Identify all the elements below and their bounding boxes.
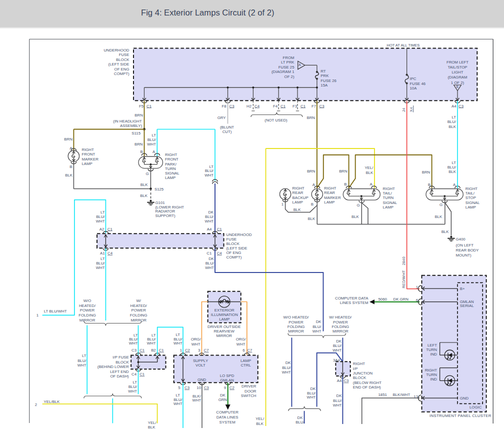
svg-text:BRN: BRN: [422, 170, 430, 174]
svg-text:A4: A4: [337, 378, 342, 383]
svg-text:ORG/: ORG/: [236, 337, 246, 342]
svg-text:RIGHT: RIGHT: [353, 362, 365, 366]
svg-text:BLOCK: BLOCK: [226, 242, 240, 246]
svg-text:C3: C3: [184, 386, 190, 390]
svg-text:LAMP: LAMP: [383, 205, 394, 210]
svg-text:SUPPORT): SUPPORT): [156, 214, 176, 218]
svg-text:GND: GND: [198, 378, 206, 382]
svg-text:C7: C7: [204, 348, 209, 352]
svg-text:DRIVER OUTSIDE: DRIVER OUTSIDE: [208, 324, 240, 329]
svg-text:C3: C3: [458, 104, 464, 108]
svg-text:TAIL/: TAIL/: [466, 191, 475, 196]
svg-text:A: A: [370, 182, 373, 186]
svg-text:A: A: [312, 182, 316, 187]
svg-text:H2: H2: [246, 104, 252, 108]
svg-text:LT: LT: [82, 354, 86, 358]
svg-text:B: B: [70, 164, 72, 169]
svg-text:G: G: [146, 172, 148, 176]
svg-text:LEFT: LEFT: [428, 343, 437, 348]
svg-text:BLU/: BLU/: [128, 384, 138, 389]
svg-text:RT: RT: [320, 69, 326, 74]
svg-text:SUPPLY: SUPPLY: [193, 358, 208, 363]
svg-text:TAIL/STOP: TAIL/STOP: [448, 65, 467, 70]
svg-text:15A: 15A: [320, 83, 328, 88]
svg-text:C3: C3: [132, 348, 136, 352]
svg-text:SIGNAL: SIGNAL: [165, 171, 180, 176]
svg-text:DK GRN: DK GRN: [394, 297, 408, 302]
svg-text:B: B: [311, 202, 314, 206]
svg-text:WHT: WHT: [78, 363, 86, 368]
svg-text:1851: 1851: [378, 392, 387, 397]
svg-text:YEL/: YEL/: [256, 416, 264, 421]
svg-text:BLU/: BLU/: [333, 344, 342, 348]
svg-text:SYSTEM: SYSTEM: [220, 420, 236, 424]
svg-text:RIGHT: RIGHT: [165, 152, 177, 157]
svg-text:(BEHIND LOWER: (BEHIND LOWER: [98, 364, 129, 369]
svg-text:G: G: [356, 203, 360, 208]
svg-text:LAMP: LAMP: [466, 205, 476, 210]
svg-text:FROM LEFT: FROM LEFT: [446, 60, 468, 64]
svg-text:ILLUMINATION: ILLUMINATION: [211, 312, 238, 317]
svg-text:W/ HEATED/: W/ HEATED/: [329, 315, 352, 320]
svg-text:TURN: TURN: [426, 372, 437, 377]
svg-text:RIGHT: RIGHT: [383, 186, 395, 191]
svg-text:WHT: WHT: [174, 402, 182, 406]
svg-text:LT: LT: [452, 115, 456, 120]
svg-text:GRY: GRY: [218, 116, 226, 120]
svg-text:SERIAL: SERIAL: [460, 304, 474, 308]
svg-text:PRK: PRK: [320, 74, 329, 78]
svg-text:1 OF 2): 1 OF 2): [451, 80, 464, 85]
svg-text:C4: C4: [217, 251, 222, 256]
svg-text:YEL/: YEL/: [148, 420, 157, 425]
svg-text:BLU/: BLU/: [205, 214, 214, 219]
svg-text:BACKUP: BACKUP: [292, 196, 308, 200]
svg-text:HEATED/: HEATED/: [130, 304, 148, 308]
svg-text:FOLDING: FOLDING: [130, 313, 148, 318]
svg-text:UNDERHOOD: UNDERHOOD: [226, 232, 252, 237]
svg-text:POWER: POWER: [288, 320, 304, 324]
svg-text:1: 1: [36, 313, 38, 318]
svg-text:MIRROR: MIRROR: [80, 318, 96, 322]
svg-text:F5: F5: [139, 104, 144, 108]
svg-text:UNDERHOOD: UNDERHOOD: [104, 48, 129, 52]
svg-text:WHT: WHT: [147, 142, 156, 146]
svg-text:GMLAN: GMLAN: [460, 300, 474, 304]
svg-text:BLU/: BLU/: [78, 358, 86, 363]
svg-text:COMPUTER: COMPUTER: [216, 410, 238, 414]
svg-text:6: 6: [242, 348, 244, 352]
svg-text:BLU/: BLU/: [448, 165, 456, 170]
svg-text:FUSE 46: FUSE 46: [410, 82, 426, 86]
svg-text:BLK: BLK: [352, 214, 360, 219]
svg-text:YEL/: YEL/: [364, 166, 374, 170]
svg-text:F7: F7: [312, 104, 316, 108]
svg-text:MARKER: MARKER: [324, 196, 341, 200]
svg-text:(BELOW RIGHT: (BELOW RIGHT: [353, 380, 382, 385]
svg-text:C3: C3: [204, 386, 209, 390]
svg-text:POWER: POWER: [131, 308, 146, 312]
svg-text:FRONT: FRONT: [82, 152, 96, 156]
svg-text:FUSE: FUSE: [119, 52, 130, 57]
svg-text:DK: DK: [336, 394, 342, 398]
svg-text:A: A: [453, 182, 456, 187]
svg-text:WHT: WHT: [307, 395, 316, 400]
svg-text:FUSE 26: FUSE 26: [320, 78, 336, 83]
svg-text:B2: B2: [151, 348, 156, 352]
svg-text:LAMP: LAMP: [165, 176, 176, 180]
svg-text:WHT: WHT: [282, 370, 291, 374]
svg-text:G400: G400: [456, 237, 466, 242]
svg-text:BRN: BRN: [307, 116, 315, 120]
svg-text:FROM: FROM: [283, 56, 294, 60]
svg-text:WHT: WHT: [147, 341, 156, 346]
svg-text:A4: A4: [452, 104, 456, 108]
svg-text:MIRROR: MIRROR: [332, 329, 348, 334]
svg-text:C4: C4: [132, 372, 137, 376]
svg-text:BLK: BLK: [140, 182, 148, 187]
svg-text:BRN: BRN: [134, 142, 142, 146]
svg-text:IPC: IPC: [410, 76, 416, 81]
svg-text:(LEFT SIDE: (LEFT SIDE: [226, 246, 248, 250]
svg-text:WHT: WHT: [205, 219, 214, 224]
svg-text:BLU/: BLU/: [312, 324, 322, 329]
svg-text:BLU/: BLU/: [282, 366, 291, 370]
svg-text:ORG/: ORG/: [191, 337, 202, 342]
svg-text:(ON LEFT: (ON LEFT: [456, 243, 474, 248]
